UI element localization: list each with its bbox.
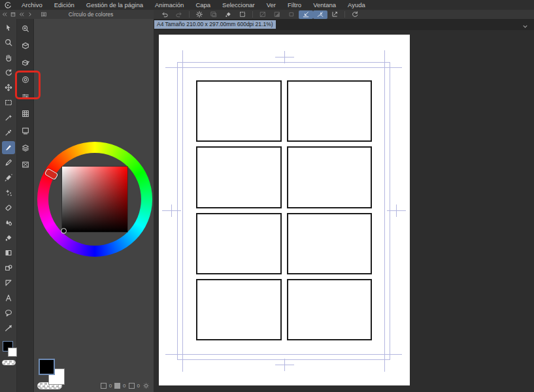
menu-item-animaci-n[interactable]: Animación xyxy=(149,0,190,10)
palette-navigator-icon[interactable] xyxy=(19,22,32,35)
panel-bottom-bar: 0 0 0 xyxy=(101,382,150,389)
tool-decoration-icon[interactable] xyxy=(2,186,15,199)
snap-to-ruler-icon[interactable] xyxy=(299,10,313,19)
tool-gradient-icon[interactable] xyxy=(2,246,15,259)
collapse-dock-icon[interactable] xyxy=(0,10,8,19)
color-wheel-panel: 0 0 0 xyxy=(34,19,154,392)
tool-transparent-swatch[interactable] xyxy=(2,360,16,365)
comic-frame[interactable] xyxy=(287,279,373,340)
comic-frame[interactable] xyxy=(287,213,373,274)
menu-item-archivo[interactable]: Archivo xyxy=(16,0,48,10)
clip-studio-paint-window: ArchivoEdiciónGestión de la páginaAnimac… xyxy=(0,0,534,392)
copy-icon[interactable] xyxy=(207,10,221,19)
tool-color-area xyxy=(0,341,17,392)
menu-item-gesti-n-de-la-p-gina[interactable]: Gestión de la página xyxy=(80,0,149,10)
tool-eyedropper-icon[interactable] xyxy=(2,126,15,139)
palette-quick-access-icon[interactable] xyxy=(19,56,32,69)
crop-marks-icon[interactable] xyxy=(235,10,250,19)
tool-move-icon[interactable] xyxy=(2,51,15,64)
menu-item-ayuda[interactable]: Ayuda xyxy=(342,0,371,10)
panel-menu-icon[interactable] xyxy=(39,10,48,19)
deselect-icon[interactable] xyxy=(256,10,270,19)
tool-airbrush-icon[interactable] xyxy=(2,171,15,184)
value-box-icon[interactable] xyxy=(129,383,135,389)
palette-sub-view-icon[interactable] xyxy=(19,39,32,52)
comic-frame[interactable] xyxy=(196,80,282,142)
app-logo-icon[interactable] xyxy=(0,1,16,9)
inner-guide-bottom xyxy=(165,354,402,355)
tool-operation-icon[interactable] xyxy=(2,21,15,34)
command-bar-separator xyxy=(189,11,190,18)
tool-auto-select-icon[interactable] xyxy=(2,111,15,124)
invert-selection-icon[interactable] xyxy=(270,10,284,19)
comic-frame[interactable] xyxy=(196,279,282,340)
redo-icon[interactable] xyxy=(172,10,186,19)
inner-guide-top xyxy=(165,67,402,68)
red-highlight-annotation xyxy=(15,71,41,99)
register-mark-bottom xyxy=(284,359,285,371)
tool-pencil-icon[interactable] xyxy=(2,156,15,169)
menu-item-filtro[interactable]: Filtro xyxy=(282,0,307,10)
settings-icon[interactable] xyxy=(192,10,207,19)
palette-color-history-icon[interactable] xyxy=(19,124,32,137)
panel-dock-header: Círculo de colores xyxy=(0,10,154,19)
collapse-strip-icon[interactable] xyxy=(17,10,25,19)
secondary-bar: Círculo de colores xyxy=(0,10,534,20)
expand-strip-icon[interactable] xyxy=(25,10,34,19)
palette-color-set-icon[interactable] xyxy=(19,107,32,120)
register-mark-top xyxy=(284,51,285,63)
comic-frame[interactable] xyxy=(196,213,282,274)
tool-fill-icon[interactable] xyxy=(2,231,15,244)
tool-balloon-icon[interactable] xyxy=(2,306,15,319)
tool-background-swatch[interactable] xyxy=(8,348,17,357)
tool-text-icon[interactable] xyxy=(2,291,15,304)
color-wheel[interactable] xyxy=(37,142,152,257)
menu-item-ver[interactable]: Ver xyxy=(261,0,282,10)
inner-guide-left xyxy=(182,50,183,372)
value-box-icon[interactable] xyxy=(101,383,107,389)
menu-item-edici-n[interactable]: Edición xyxy=(48,0,80,10)
menu-item-capa[interactable]: Capa xyxy=(190,0,216,10)
snap-to-special-ruler-icon[interactable] xyxy=(313,10,327,19)
document-page[interactable] xyxy=(159,35,410,385)
tool-frame-border-icon[interactable] xyxy=(2,276,15,289)
comic-frame[interactable] xyxy=(287,146,373,208)
panel-box-icon[interactable] xyxy=(8,10,17,19)
palette-material-icon[interactable] xyxy=(19,158,32,171)
undo-icon[interactable] xyxy=(158,10,172,19)
document-tab-bar: A4 Tamaño 210.00 x 297.00mm 600dpi 21.1%… xyxy=(154,19,534,31)
command-bar-separator xyxy=(252,11,253,18)
value-1: 0 xyxy=(123,383,125,389)
saturation-value-square[interactable] xyxy=(62,167,127,232)
foreground-color-swatch[interactable] xyxy=(39,359,55,375)
tool-eraser-icon[interactable] xyxy=(2,201,15,214)
snap-to-grid-icon[interactable] xyxy=(327,10,342,19)
sv-marker[interactable] xyxy=(61,228,67,234)
menu-bar: ArchivoEdiciónGestión de la páginaAnimac… xyxy=(0,0,534,10)
tool-selection-icon[interactable] xyxy=(2,96,15,109)
document-tab[interactable]: A4 Tamaño 210.00 x 297.00mm 600dpi 21.1%… xyxy=(154,20,276,29)
menu-item-seleccionar[interactable]: Seleccionar xyxy=(216,0,261,10)
rotate-view-icon[interactable] xyxy=(348,10,362,19)
register-mark-left xyxy=(171,204,172,217)
comic-frame[interactable] xyxy=(287,80,373,142)
tool-rotate-icon[interactable] xyxy=(2,66,15,79)
tool-move-layer-icon[interactable] xyxy=(2,81,15,94)
comic-frame[interactable] xyxy=(196,146,282,208)
selection-border-icon[interactable] xyxy=(284,10,299,19)
comic-frame-grid xyxy=(196,80,372,340)
command-bar-separator xyxy=(344,11,345,18)
palette-layer-icon[interactable] xyxy=(19,141,32,154)
menu-item-ventana[interactable]: Ventana xyxy=(307,0,342,10)
tool-zoom-icon[interactable] xyxy=(2,36,15,49)
tool-pen-icon[interactable] xyxy=(2,141,15,154)
tool-figure-icon[interactable] xyxy=(2,261,15,274)
fill-icon[interactable] xyxy=(221,10,235,19)
canvas-area[interactable] xyxy=(154,30,534,392)
tool-blend-icon[interactable] xyxy=(2,216,15,229)
panel-settings-gear-icon[interactable] xyxy=(142,382,150,389)
value-2: 0 xyxy=(137,383,140,389)
value-box-icon[interactable] xyxy=(114,383,120,389)
inner-guide-right xyxy=(384,50,385,372)
tool-correct-line-icon[interactable] xyxy=(2,321,15,335)
